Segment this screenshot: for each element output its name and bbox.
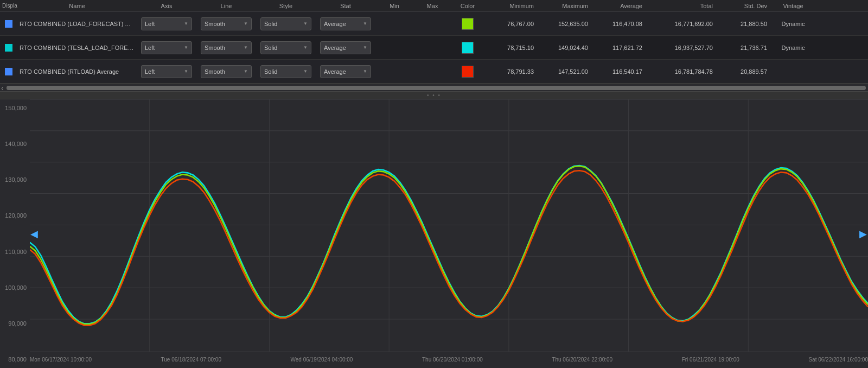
scrollbar-track[interactable] [7,86,866,90]
row3-color[interactable] [451,66,484,78]
row1-stddev: 21,880.50 [717,21,771,27]
y-label-130000: 130,000 [0,176,30,183]
y-label-140000: 140,000 [0,141,30,147]
x-label-3: Wed 06/19/2024 04:00:00 [291,357,353,363]
row2-stddev: 21,736.71 [717,45,771,51]
row2-name: RTO COMBINED (TESLA_LOAD_FORECAST) [17,45,137,51]
header-stat: Stat [316,3,375,9]
row2-axis-arrow: ▼ [184,45,188,50]
x-label-1: Mon 06/17/2024 10:00:00 [30,357,92,363]
row3-stat[interactable]: Average ▼ [316,65,375,78]
row2-axis-dropdown[interactable]: Left ▼ [141,41,192,54]
row3-style-dropdown[interactable]: Solid ▼ [260,65,311,78]
row3-total: 16,781,784.78 [647,68,717,75]
table-header: Display Name Axis Line Style Stat Min Ma… [0,0,868,12]
row2-line[interactable]: Smooth ▼ [196,41,256,54]
x-label-5: Thu 06/20/2024 22:00:00 [552,357,612,363]
header-total: Total [647,3,717,9]
row2-minimum: 78,715.10 [484,45,538,51]
row3-maximum: 147,521.00 [538,68,592,75]
row2-color-swatch[interactable] [462,42,474,54]
row1-display[interactable] [0,20,17,28]
row3-average: 116,540.17 [592,68,647,75]
row2-checkbox[interactable] [5,44,12,52]
row1-axis-arrow: ▼ [184,21,188,26]
row2-stat-arrow: ▼ [363,45,367,50]
chart-right-arrow[interactable]: ▶ [859,228,867,240]
resize-dots: • • • [427,92,441,98]
x-label-7: Sat 06/22/2024 16:00:00 [808,357,868,363]
row3-stat-arrow: ▼ [363,69,367,74]
row3-line-arrow: ▼ [244,69,248,74]
row2-average: 117,621.72 [592,45,647,51]
row3-style[interactable]: Solid ▼ [256,65,316,78]
row1-stat-dropdown[interactable]: Average ▼ [320,17,371,30]
row3-line[interactable]: Smooth ▼ [196,65,256,78]
y-axis: 150,000 140,000 130,000 120,000 110,000 … [0,99,30,368]
scroll-left-arrow[interactable]: ‹ [0,84,4,92]
row3-color-swatch[interactable] [462,66,474,78]
y-label-90000: 90,000 [0,320,30,327]
row1-style[interactable]: Solid ▼ [256,17,316,30]
resize-handle[interactable]: • • • [0,92,868,99]
series-load-forecast [30,166,868,324]
row2-color[interactable] [451,42,484,54]
row1-color-swatch[interactable] [462,18,474,30]
row1-name: RTO COMBINED (LOAD_FORECAST) Average [17,21,137,27]
row3-line-dropdown[interactable]: Smooth ▼ [201,65,252,78]
header-average: Average [592,3,647,9]
row3-minimum: 78,791.33 [484,68,538,75]
header-axis: Axis [137,3,196,9]
row1-axis[interactable]: Left ▼ [137,17,196,30]
row1-axis-dropdown[interactable]: Left ▼ [141,17,192,30]
row1-style-arrow: ▼ [303,21,308,26]
header-name: Name [17,3,137,9]
row3-stat-dropdown[interactable]: Average ▼ [320,65,371,78]
x-label-6: Fri 06/21/2024 19:00:00 [682,357,739,363]
chart-area: ◀ 150,000 140,000 130,000 120,000 110,00… [0,99,868,368]
row2-stat[interactable]: Average ▼ [316,41,375,54]
row1-average: 116,470.08 [592,21,647,27]
row2-stat-dropdown[interactable]: Average ▼ [320,41,371,54]
y-label-80000: 80,000 [0,356,30,363]
row1-style-dropdown[interactable]: Solid ▼ [260,17,311,30]
data-table: Display Name Axis Line Style Stat Min Ma… [0,0,868,84]
row2-axis[interactable]: Left ▼ [137,41,196,54]
scrollbar-thumb[interactable] [7,86,866,90]
row3-stddev: 20,889.57 [717,68,771,75]
y-label-100000: 100,000 [0,284,30,291]
row3-axis[interactable]: Left ▼ [137,65,196,78]
x-label-2: Tue 06/18/2024 07:00:00 [161,357,221,363]
header-max: Max [413,3,451,9]
series-tesla [30,166,868,323]
header-maximum: Maximum [538,3,592,9]
row2-style[interactable]: Solid ▼ [256,41,316,54]
row1-total: 16,771,692.00 [647,21,717,27]
row1-vintage: Dynamic [771,21,815,27]
y-label-110000: 110,000 [0,249,30,255]
x-axis: Mon 06/17/2024 10:00:00 Tue 06/18/2024 0… [30,352,868,368]
row3-checkbox[interactable] [5,68,12,75]
row1-checkbox[interactable] [5,20,12,28]
header-display: Display [0,3,17,9]
row2-maximum: 149,024.40 [538,45,592,51]
row1-color[interactable] [451,18,484,30]
y-label-150000: 150,000 [0,105,30,111]
row2-display[interactable] [0,44,17,52]
header-min: Min [375,3,413,9]
row1-line-arrow: ▼ [244,21,248,26]
row1-minimum: 76,767.00 [484,21,538,27]
header-color: Color [451,3,484,9]
row3-display[interactable] [0,68,17,75]
row1-stat[interactable]: Average ▼ [316,17,375,30]
row3-axis-dropdown[interactable]: Left ▼ [141,65,192,78]
row2-vintage: Dynamic [771,45,815,51]
chart-left-arrow[interactable]: ◀ [30,228,38,240]
row2-style-dropdown[interactable]: Solid ▼ [260,41,311,54]
scrollbar-area[interactable]: ‹ [0,84,868,92]
row1-line-dropdown[interactable]: Smooth ▼ [201,17,252,30]
row2-line-dropdown[interactable]: Smooth ▼ [201,41,252,54]
header-line: Line [196,3,256,9]
row1-line[interactable]: Smooth ▼ [196,17,256,30]
row2-total: 16,937,527.70 [647,45,717,51]
